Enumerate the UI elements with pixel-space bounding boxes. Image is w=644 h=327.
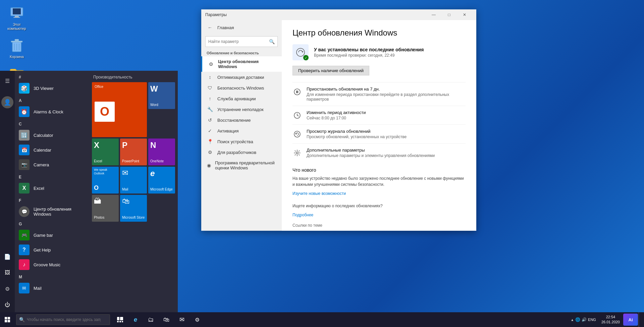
app-item-groove-music[interactable]: ♪ Groove Music — [15, 257, 89, 272]
show-desktop-button[interactable] — [639, 312, 641, 327]
tile-edge[interactable]: e Microsoft Edge — [148, 167, 175, 194]
maximize-button[interactable]: □ — [441, 9, 457, 20]
active-hours-title: Изменить период активности — [307, 110, 366, 115]
settings-window-title: Параметры — [205, 12, 426, 17]
more-link[interactable]: Подробнее — [292, 213, 313, 217]
start-button[interactable] — [0, 312, 15, 327]
documents-icon[interactable]: 📄 — [0, 249, 15, 264]
settings-section-label: Обновление и безопасность — [201, 50, 282, 56]
nav-item-insider-program[interactable]: ◉ Программа предварительной оценки Windo… — [201, 158, 282, 173]
alarms-icon: ⏰ — [19, 106, 30, 117]
app-item-mail[interactable]: ✉ Mail — [15, 281, 89, 295]
active-hours-desc: Сейчас 8:00 до 17:00 — [307, 116, 366, 120]
desktop-icon-this-pc[interactable]: Этоткомпьютер — [3, 3, 30, 32]
nav-item-delivery-optimization[interactable]: ↕ Оптимизация доставки — [201, 72, 282, 83]
tray-arrow[interactable]: ▲ — [571, 318, 574, 322]
svg-rect-1 — [13, 8, 21, 14]
taskbar-mail-icon[interactable]: ✉ — [174, 312, 189, 327]
nav-item-recovery[interactable]: ↺ Восстановление — [201, 115, 282, 125]
nav-item-windows-security[interactable]: 🛡 Безопасность Windows — [201, 83, 282, 93]
calculator-label: Calculator — [34, 133, 53, 138]
taskbar-clock[interactable]: 22:54 26.01.2020 — [599, 315, 623, 325]
feedback-hub-icon: 💬 — [19, 206, 30, 217]
taskbar-explorer-icon[interactable]: 🗂 — [144, 312, 158, 327]
tile-office[interactable]: Office O — [92, 82, 147, 137]
tile-powerpoint[interactable]: P PowerPoint — [120, 139, 147, 165]
nav-item-activation[interactable]: ✓ Активация — [201, 125, 282, 136]
svg-point-18 — [296, 152, 298, 154]
3d-viewer-label: 3D Viewer — [34, 86, 54, 91]
game-bar-label: Game bar — [34, 233, 53, 238]
camera-label: Camera — [34, 162, 49, 167]
taskbar-edge-icon[interactable]: e — [128, 312, 143, 327]
taskbar-store-icon[interactable]: 🛍 — [159, 312, 174, 327]
svg-point-11 — [294, 89, 300, 95]
option-active-hours-text: Изменить период активности Сейчас 8:00 д… — [307, 110, 366, 120]
tile-excel[interactable]: X Excel — [92, 139, 119, 165]
task-view-button[interactable] — [113, 312, 127, 327]
app-item-alarms-clock[interactable]: ⏰ Alarms & Clock — [15, 104, 89, 119]
for-developers-label: Для разработчиков — [217, 150, 256, 155]
settings-search-input[interactable] — [208, 39, 269, 44]
alarms-label: Alarms & Clock — [34, 109, 63, 114]
get-help-label: Get Help — [34, 248, 51, 253]
check-updates-button[interactable]: Проверить наличие обновлений — [292, 66, 369, 75]
hamburger-menu-icon[interactable]: ☰ — [0, 73, 15, 88]
power-icon[interactable]: ⏻ — [0, 297, 15, 312]
app-item-calculator[interactable]: 🔢 Calculator — [15, 128, 89, 143]
tile-store[interactable]: 🛍 Microsoft Store — [120, 195, 147, 222]
nav-item-windows-update[interactable]: ⊙ Центр обновления Windows — [201, 56, 282, 72]
check-badge: ✓ — [303, 55, 309, 60]
nav-item-find-device[interactable]: 📍 Поиск устройства — [201, 136, 282, 147]
for-developers-icon: ⚙ — [207, 150, 213, 155]
svg-rect-13 — [298, 91, 299, 93]
tile-outlook[interactable]: We speakOutlook O — [92, 167, 119, 194]
app-item-3d-viewer[interactable]: 🎲 3D Viewer — [15, 81, 89, 96]
back-button[interactable]: ← — [205, 23, 215, 32]
app-item-calendar[interactable]: 📅 Calendar — [15, 143, 89, 157]
svg-rect-25 — [117, 321, 119, 322]
close-button[interactable]: ✕ — [457, 9, 472, 20]
looking-for-section: Ищете информацию о последних обновлениях… — [292, 203, 466, 218]
settings-search-box[interactable]: 🔍 — [205, 36, 278, 47]
app-item-excel[interactable]: X Excel — [15, 181, 89, 196]
troubleshoot-label: Устранение неполадок — [217, 107, 264, 112]
tray-volume-icon[interactable]: 🔊 — [582, 317, 587, 322]
clock-date: 26.01.2020 — [601, 320, 620, 325]
app-item-camera[interactable]: 📷 Camera — [15, 157, 89, 172]
ai-button[interactable]: Ai — [623, 314, 638, 326]
nav-item-for-developers[interactable]: ⚙ Для разработчиков — [201, 147, 282, 158]
pictures-icon[interactable]: 🖼 — [0, 265, 15, 280]
taskbar-search-icon: 🔍 — [19, 317, 25, 322]
app-item-game-bar[interactable]: 🎮 Game bar — [15, 228, 89, 242]
section-hash: # — [15, 72, 89, 81]
camera-icon: 📷 — [19, 159, 30, 170]
app-item-feedback-hub[interactable]: 💬 Центр обновления Windows — [15, 204, 89, 219]
update-status-title: У вас установлены все последние обновлен… — [314, 47, 424, 52]
backup-icon: ↑ — [207, 96, 213, 101]
tile-mail[interactable]: ✉ Mail — [120, 167, 147, 194]
activation-icon: ✓ — [207, 128, 213, 133]
delivery-optimization-icon: ↕ — [207, 74, 213, 80]
settings-icon[interactable]: ⚙ — [0, 281, 15, 296]
tile-photos[interactable]: 🏔 Photos — [92, 195, 119, 222]
minimize-button[interactable]: — — [426, 9, 441, 20]
this-pc-label: Этоткомпьютер — [7, 22, 26, 31]
taskbar-search-input[interactable] — [27, 317, 101, 322]
learn-more-link[interactable]: Изучите новые возможности — [292, 191, 346, 196]
taskbar-search-box[interactable]: 🔍 — [16, 314, 110, 325]
taskbar-right-area: ▲ 🌐 🔊 ENG 22:54 26.01.2020 Ai — [568, 312, 644, 327]
desktop-icon-recycle-bin[interactable]: Корзина — [3, 36, 30, 60]
taskbar-settings-icon[interactable]: ⚙ — [190, 312, 205, 327]
svg-rect-19 — [5, 317, 7, 319]
settings-page-title: Центр обновления Windows — [292, 28, 466, 38]
tile-onenote[interactable]: N OneNote — [148, 139, 175, 165]
user-icon[interactable]: 👤 — [1, 96, 13, 108]
backup-label: Служба архивации — [217, 96, 256, 101]
app-item-get-help[interactable]: ? Get Help — [15, 242, 89, 257]
windows-update-icon: ⊙ — [208, 61, 214, 67]
nav-item-troubleshoot[interactable]: 🔧 Устранение неполадок — [201, 104, 282, 115]
tile-excel-label: Excel — [94, 159, 102, 163]
tile-word[interactable]: W Word — [148, 82, 175, 109]
nav-item-backup[interactable]: ↑ Служба архивации — [201, 93, 282, 104]
